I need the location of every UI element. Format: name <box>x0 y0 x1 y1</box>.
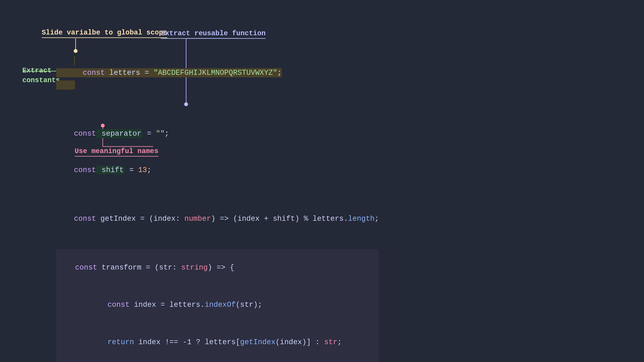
code-line-10: return index !== -1 ? letters[getIndex(i… <box>56 324 379 361</box>
code-line-6: const getIndex = (index: number) => (ind… <box>56 201 379 237</box>
code-line-empty-3 <box>56 237 379 249</box>
code-line-empty-2 <box>56 188 379 201</box>
code-block: const letters = "ABCDEFGHIJKLMNOPQRSTUVW… <box>56 43 379 362</box>
annotation-extract-function: Extract reusable function <box>161 29 266 39</box>
code-line-4: const shift = 13; <box>56 152 379 188</box>
code-line-3: const separator = ""; <box>56 115 379 152</box>
code-line-9: const index = letters.indexOf(str); <box>56 286 379 324</box>
code-line-1: const letters = "ABCDEFGHIJKLMNOPQRSTUVW… <box>56 43 379 103</box>
code-line-11: }; <box>56 361 379 362</box>
code-line-empty-1 <box>56 103 379 115</box>
code-line-8: const transform = (str: string) => { <box>56 249 379 286</box>
annotation-extract-constants: Extract constants <box>22 66 60 85</box>
annotation-slide-variable: Slide varialbe to global scope <box>42 29 167 38</box>
